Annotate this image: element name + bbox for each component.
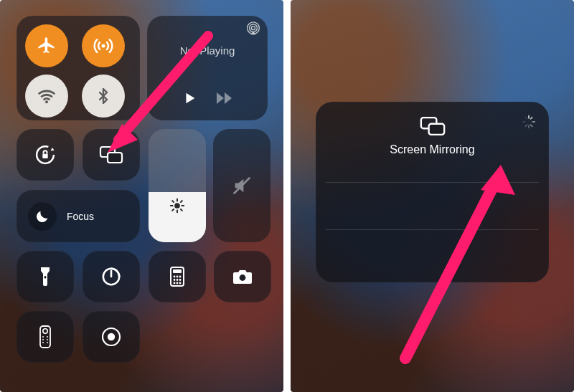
timer-button[interactable] — [83, 251, 140, 302]
svg-line-14 — [172, 201, 174, 203]
airplane-icon — [37, 36, 57, 56]
svg-point-30 — [177, 282, 179, 285]
svg-point-9 — [174, 204, 180, 209]
brightness-fill — [149, 192, 206, 242]
svg-rect-59 — [428, 124, 444, 135]
svg-point-25 — [179, 276, 182, 278]
svg-point-27 — [177, 279, 179, 281]
sun-icon — [169, 198, 185, 214]
play-icon — [182, 90, 197, 106]
forward-icon — [216, 92, 233, 105]
svg-point-2 — [252, 27, 255, 30]
media-module[interactable]: Not Playing — [147, 16, 268, 120]
screen-mirroring-icon — [99, 145, 123, 164]
screen-mirroring-card[interactable]: Screen Mirroring — [316, 102, 549, 282]
loading-spinner-icon — [522, 115, 536, 129]
svg-point-31 — [179, 282, 182, 285]
svg-point-28 — [179, 279, 182, 281]
svg-point-45 — [42, 342, 44, 343]
screen-record-button[interactable] — [83, 311, 140, 363]
moon-icon — [34, 209, 50, 224]
flashlight-icon — [39, 266, 52, 287]
svg-point-46 — [47, 342, 48, 343]
airplane-mode-toggle[interactable] — [25, 24, 68, 67]
airplay-audio-icon — [246, 21, 260, 36]
calculator-icon — [169, 266, 186, 287]
media-status: Not Playing — [147, 44, 268, 57]
apple-tv-remote-button[interactable] — [17, 311, 74, 363]
record-icon — [100, 326, 122, 348]
divider — [326, 229, 539, 230]
screen-mirroring-title: Screen Mirroring — [390, 143, 474, 156]
svg-point-1 — [45, 100, 48, 103]
wifi-toggle[interactable] — [25, 75, 68, 118]
screen-mirroring-panel: Screen Mirroring — [291, 0, 574, 392]
calculator-button[interactable] — [149, 251, 206, 302]
svg-point-43 — [42, 339, 44, 340]
svg-point-42 — [47, 336, 48, 338]
timer-icon — [101, 267, 121, 287]
bluetooth-icon — [95, 86, 112, 106]
svg-line-55 — [525, 125, 527, 126]
volume-slider[interactable] — [213, 129, 270, 242]
screen-mirroring-icon — [419, 116, 446, 136]
svg-point-23 — [174, 276, 176, 278]
svg-rect-6 — [42, 154, 48, 158]
svg-rect-22 — [173, 269, 182, 273]
divider — [326, 182, 539, 183]
svg-line-57 — [525, 118, 527, 119]
focus-toggle[interactable]: Focus — [17, 190, 140, 242]
flashlight-button[interactable] — [17, 251, 74, 302]
svg-point-26 — [174, 279, 176, 281]
svg-line-15 — [181, 209, 182, 211]
play-button[interactable] — [182, 90, 197, 106]
svg-line-51 — [531, 118, 532, 119]
camera-button[interactable] — [214, 251, 271, 302]
antenna-icon — [93, 35, 114, 57]
svg-rect-19 — [44, 276, 47, 279]
speaker-mute-icon — [232, 176, 252, 196]
focus-label: Focus — [67, 211, 94, 222]
svg-point-0 — [102, 44, 105, 48]
svg-point-29 — [174, 282, 176, 285]
svg-line-17 — [181, 201, 182, 203]
svg-point-34 — [43, 329, 47, 333]
screen-mirroring-toggle[interactable] — [83, 129, 140, 181]
remote-icon — [39, 325, 51, 348]
svg-rect-8 — [108, 153, 122, 163]
brightness-slider[interactable] — [149, 129, 206, 242]
cellular-data-toggle[interactable] — [82, 24, 125, 67]
camera-icon — [232, 268, 253, 285]
svg-line-16 — [172, 209, 174, 211]
svg-point-32 — [240, 274, 246, 281]
bluetooth-toggle[interactable] — [82, 75, 125, 118]
control-center-panel: Not Playing Focus — [0, 0, 283, 392]
svg-point-24 — [177, 276, 179, 278]
next-track-button[interactable] — [216, 92, 233, 105]
focus-icon-wrap — [28, 202, 57, 231]
svg-point-48 — [108, 333, 115, 340]
wifi-icon — [37, 86, 57, 106]
svg-point-41 — [42, 336, 44, 338]
orientation-lock-toggle[interactable] — [17, 129, 74, 181]
svg-point-3 — [250, 24, 258, 32]
rotation-lock-icon — [34, 144, 56, 166]
svg-line-53 — [531, 125, 532, 126]
connectivity-module — [17, 16, 140, 120]
svg-point-44 — [47, 339, 48, 340]
